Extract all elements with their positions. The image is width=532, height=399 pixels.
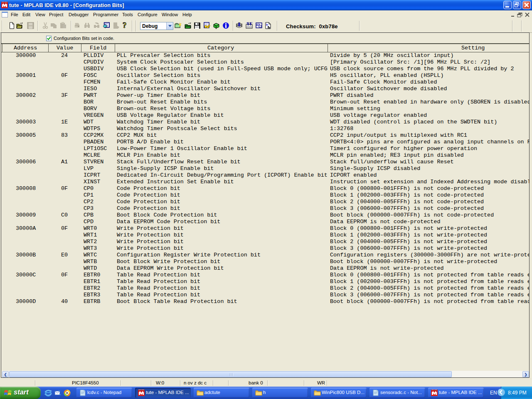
svg-text:h: h — [266, 23, 268, 27]
svg-text:?: ? — [123, 21, 127, 30]
